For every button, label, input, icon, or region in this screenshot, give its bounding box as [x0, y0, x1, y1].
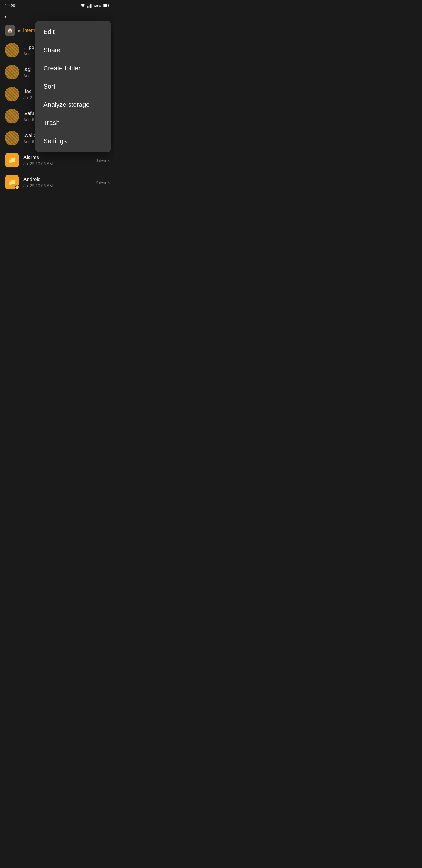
svg-rect-1 — [89, 5, 89, 8]
menu-item-create-folder[interactable]: Create folder — [35, 59, 111, 78]
battery-label: 68% — [94, 4, 101, 8]
gear-badge: ⚙ — [15, 185, 19, 189]
menu-item-settings[interactable]: Settings — [35, 132, 111, 150]
file-info: Alarms Jul 29 10:06 AM — [24, 155, 91, 166]
file-name: Android — [24, 177, 91, 182]
folder-icon-striped — [5, 131, 19, 146]
folder-icon-striped — [5, 65, 19, 80]
svg-rect-6 — [104, 4, 107, 7]
menu-item-edit[interactable]: Edit — [35, 23, 111, 41]
context-menu: EditShareCreate folderSortAnalyze storag… — [35, 21, 111, 153]
list-item[interactable]: 📁⚙ Android Jul 29 10:06 AM 2 items — [0, 171, 114, 193]
svg-rect-0 — [87, 6, 88, 8]
file-name: Alarms — [24, 155, 91, 160]
breadcrumb-arrow: ▶ — [18, 28, 21, 33]
battery-icon — [103, 4, 109, 8]
menu-item-sort[interactable]: Sort — [35, 78, 111, 96]
menu-item-analyze-storage[interactable]: Analyze storage — [35, 96, 111, 114]
file-date: Jul 29 10:06 AM — [24, 161, 91, 166]
file-info: Android Jul 29 10:06 AM — [24, 177, 91, 188]
folder-icon-solid-gear: 📁⚙ — [5, 175, 19, 189]
time: 11:26 — [5, 3, 15, 8]
file-date: Jul 29 10:06 AM — [24, 183, 91, 188]
svg-rect-2 — [90, 4, 91, 8]
list-item[interactable]: 📁 Alarms Jul 29 10:06 AM 0 items — [0, 149, 114, 171]
file-count: 0 items — [96, 158, 109, 163]
folder-icon-striped — [5, 87, 19, 101]
status-bar: 11:26 68% — [0, 0, 114, 10]
folder-icon-striped — [5, 43, 19, 58]
signal-icon — [87, 3, 92, 8]
breadcrumb-path[interactable]: Intern — [23, 28, 35, 33]
svg-rect-5 — [108, 5, 109, 6]
file-count: 2 items — [96, 180, 109, 185]
svg-rect-3 — [91, 3, 92, 8]
status-icons: 68% — [80, 3, 109, 8]
menu-item-share[interactable]: Share — [35, 41, 111, 59]
menu-item-trash[interactable]: Trash — [35, 114, 111, 132]
wifi-icon — [80, 3, 86, 8]
folder-icon-solid: 📁 — [5, 153, 19, 167]
home-icon[interactable]: 🏠 — [5, 25, 15, 36]
folder-icon-striped — [5, 109, 19, 123]
